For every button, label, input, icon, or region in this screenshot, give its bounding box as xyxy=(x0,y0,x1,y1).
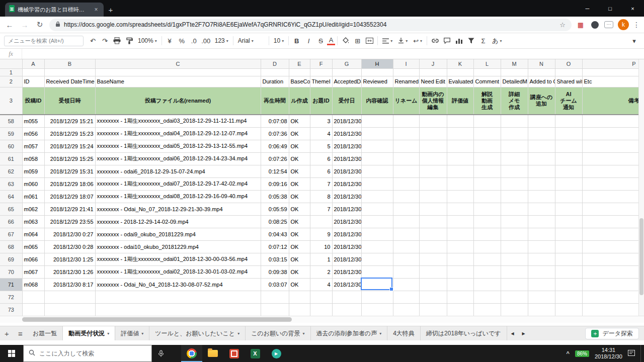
tab-scroll-left-icon[interactable]: ◀ xyxy=(507,326,518,340)
cell-M1[interactable] xyxy=(501,68,528,76)
cell-P70[interactable] xyxy=(582,265,644,278)
cell-H61[interactable] xyxy=(361,152,393,165)
insert-chart-icon[interactable] xyxy=(453,35,465,47)
cell-N67[interactable] xyxy=(528,228,555,240)
cell-H3[interactable]: 内容確認 xyxy=(361,87,393,115)
cell-C2[interactable]: BaseName xyxy=(95,76,261,87)
cell-M71[interactable] xyxy=(501,278,528,291)
cell-K61[interactable] xyxy=(447,152,473,165)
column-header-K[interactable]: K xyxy=(447,59,473,68)
cell-M65[interactable] xyxy=(501,203,528,215)
column-header-M[interactable]: M xyxy=(501,59,528,68)
cell-M62[interactable] xyxy=(501,165,528,177)
cell-B61[interactable]: 2018/12/29 15:25 xyxy=(44,152,95,165)
decrease-decimal-button[interactable]: .0 xyxy=(188,35,200,47)
cell-P60[interactable] xyxy=(582,140,644,152)
cell-A66[interactable]: m063 xyxy=(22,215,44,228)
cell-B59[interactable]: 2018/12/29 15:23 xyxy=(44,127,95,140)
cell-G67[interactable]: 2018/12/30 xyxy=(332,228,361,240)
fill-color-icon[interactable] xyxy=(340,35,351,47)
cell-L58[interactable] xyxy=(473,115,501,127)
text-wrap-select[interactable]: ↩▾ xyxy=(411,35,425,47)
cell-L3[interactable]: 解説 動画 生成 xyxy=(473,87,501,115)
cell-A63[interactable]: m060 xyxy=(22,177,44,190)
cell-G66[interactable]: 2018/12/30 xyxy=(332,215,361,228)
cell-F72[interactable] xyxy=(310,291,332,303)
cell-C63[interactable]: xxxxxxxx - 1期生xxxxxxxx_odai07_2018-12-29… xyxy=(95,177,261,190)
row-header-67[interactable]: 67 xyxy=(0,228,22,240)
cell-G72[interactable] xyxy=(332,291,361,303)
cell-H62[interactable] xyxy=(361,165,393,177)
cell-M2[interactable]: DetailedM xyxy=(501,76,528,87)
cell-C71[interactable]: xxxxxxxx - Odai_No_04_2018-12-30-08-07-5… xyxy=(95,278,261,291)
cell-N60[interactable] xyxy=(528,140,555,152)
url-bar[interactable]: https://docs.google.com/spreadsheets/d/1… xyxy=(49,19,572,31)
cell-G71[interactable]: 2018/12/30 xyxy=(332,278,361,291)
cell-D60[interactable]: 0:06:49 xyxy=(261,140,289,152)
cell-P59[interactable] xyxy=(582,127,644,140)
row-header-68[interactable]: 68 xyxy=(0,240,22,253)
cell-E60[interactable]: OK xyxy=(289,140,310,152)
cell-N66[interactable] xyxy=(528,215,555,228)
row-header-3[interactable]: 3 xyxy=(0,87,22,115)
cell-O62[interactable] xyxy=(555,165,582,177)
cell-M69[interactable] xyxy=(501,253,528,265)
cell-L61[interactable] xyxy=(473,152,501,165)
cell-D3[interactable]: 再生時間 xyxy=(261,87,289,115)
cell-F2[interactable]: ThemeI xyxy=(310,76,332,87)
strikethrough-button[interactable]: S xyxy=(315,35,327,47)
cell-C61[interactable]: xxxxxxxx - 1期生xxxxxxxx_odai06_2018-12-29… xyxy=(95,152,261,165)
cell-O58[interactable] xyxy=(555,115,582,127)
cell-O68[interactable] xyxy=(555,240,582,253)
cell-G3[interactable]: 受付日 xyxy=(332,87,361,115)
back-icon[interactable]: ← xyxy=(4,21,15,29)
sheet-tab-5[interactable]: このお願いの背景▾ xyxy=(246,326,310,340)
cell-B70[interactable]: 2018/12/30 1:26 xyxy=(44,265,95,278)
cell-C60[interactable]: xxxxxxxx - 1期生xxxxxxxx_odai05_2018-12-29… xyxy=(95,140,261,152)
cell-L67[interactable] xyxy=(473,228,501,240)
profile-avatar[interactable]: k xyxy=(618,19,629,30)
input-method-button[interactable]: あ▾ xyxy=(490,35,504,47)
cell-F65[interactable]: 7 xyxy=(310,203,332,215)
cell-P61[interactable] xyxy=(582,152,644,165)
cell-F62[interactable]: 6 xyxy=(310,165,332,177)
tab-close-icon[interactable]: × xyxy=(93,6,100,13)
cell-H59[interactable] xyxy=(361,127,393,140)
font-family-select[interactable]: Arial▾ xyxy=(235,35,267,47)
cell-M58[interactable] xyxy=(501,115,528,127)
cell-G64[interactable]: 2018/12/30 xyxy=(332,190,361,203)
sheet-tab-2[interactable]: 動画受付状況▾ xyxy=(63,326,115,340)
cell-H73[interactable] xyxy=(361,303,393,316)
cell-N65[interactable] xyxy=(528,203,555,215)
cell-O61[interactable] xyxy=(555,152,582,165)
extension-icon-2[interactable] xyxy=(590,20,600,30)
cell-C67[interactable]: xxxxxxxx - odai9_okubo_20181229.mp4 xyxy=(95,228,261,240)
cell-B58[interactable]: 2018/12/29 15:21 xyxy=(44,115,95,127)
cell-I1[interactable] xyxy=(393,68,419,76)
cell-A59[interactable]: m056 xyxy=(22,127,44,140)
cell-F59[interactable]: 4 xyxy=(310,127,332,140)
cell-N69[interactable] xyxy=(528,253,555,265)
cell-I58[interactable] xyxy=(393,115,419,127)
cell-G69[interactable]: 2018/12/30 xyxy=(332,253,361,265)
cell-E63[interactable]: OK xyxy=(289,177,310,190)
cell-I64[interactable] xyxy=(393,190,419,203)
cell-J60[interactable] xyxy=(419,140,447,152)
sheet-tab-8[interactable]: 締切は2018年いっぱいです xyxy=(421,326,507,340)
cell-D72[interactable] xyxy=(261,291,289,303)
window-minimize-button[interactable]: ─ xyxy=(576,0,599,17)
cell-L63[interactable] xyxy=(473,177,501,190)
zoom-select[interactable]: 100%▾ xyxy=(135,35,159,47)
cell-N2[interactable]: Added to C xyxy=(528,76,555,87)
cell-K62[interactable] xyxy=(447,165,473,177)
cell-E66[interactable]: OK xyxy=(289,215,310,228)
cell-N71[interactable] xyxy=(528,278,555,291)
cell-O66[interactable] xyxy=(555,215,582,228)
teal-app-taskbar-icon[interactable]: ▶ xyxy=(266,345,287,362)
cell-M73[interactable] xyxy=(501,303,528,316)
cell-J58[interactable] xyxy=(419,115,447,127)
cell-E70[interactable]: OK xyxy=(289,265,310,278)
cell-A65[interactable]: m062 xyxy=(22,203,44,215)
cell-N70[interactable] xyxy=(528,265,555,278)
cell-J71[interactable] xyxy=(419,278,447,291)
